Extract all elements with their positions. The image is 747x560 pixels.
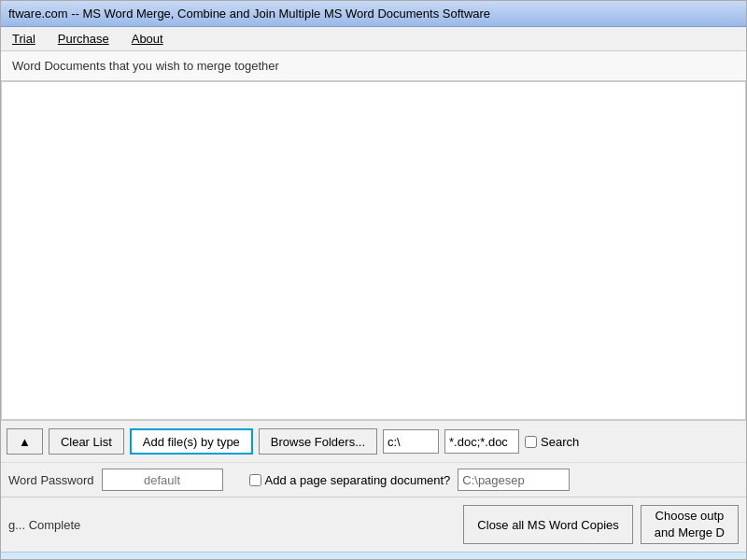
browse-folders-button[interactable]: Browse Folders...: [259, 428, 377, 455]
separator-path-input[interactable]: [458, 469, 570, 491]
close-copies-button[interactable]: Close all MS Word Copies: [463, 505, 632, 544]
main-window: ftware.com -- MS Word Merge, Combine and…: [0, 0, 747, 560]
title-bar: ftware.com -- MS Word Merge, Combine and…: [1, 1, 746, 27]
status-bar: [1, 552, 746, 559]
instruction-text: Word Documents that you wish to merge to…: [12, 59, 279, 73]
move-up-button[interactable]: ▲: [7, 428, 43, 455]
search-label: Search: [541, 435, 579, 449]
add-files-button[interactable]: Add file(s) by type: [130, 428, 253, 455]
move-up-icon: ▲: [19, 435, 31, 449]
search-subdirs-checkbox[interactable]: [525, 436, 537, 448]
search-checkbox-container: Search: [525, 435, 579, 449]
separator-label: Add a page separating document?: [265, 473, 451, 487]
add-files-label: Add file(s) by type: [143, 435, 240, 449]
file-list-area: [1, 81, 746, 420]
menu-trial-label: Trial: [12, 32, 35, 46]
menu-bar: Trial Purchase About: [1, 27, 746, 51]
path-input[interactable]: [383, 429, 439, 454]
menu-purchase-label: Purchase: [58, 32, 109, 46]
browse-folders-label: Browse Folders...: [271, 435, 365, 449]
choose-output-label: Choose outpand Merge D: [655, 508, 725, 541]
toolbar-row: ▲ Clear List Add file(s) by type Browse …: [1, 420, 746, 462]
menu-item-about[interactable]: About: [124, 30, 171, 48]
title-text: ftware.com -- MS Word Merge, Combine and…: [8, 7, 490, 21]
password-label: Word Password: [8, 473, 94, 487]
menu-item-trial[interactable]: Trial: [5, 30, 43, 48]
bottom-row: g... Complete Close all MS Word Copies C…: [1, 497, 746, 552]
password-row: Word Password Add a page separating docu…: [1, 462, 746, 497]
close-copies-label: Close all MS Word Copies: [477, 518, 618, 532]
ext-input[interactable]: [444, 429, 519, 454]
separator-checkbox-container: Add a page separating document?: [249, 473, 451, 487]
separator-checkbox[interactable]: [249, 474, 261, 486]
choose-output-button[interactable]: Choose outpand Merge D: [641, 505, 739, 544]
clear-list-label: Clear List: [61, 435, 112, 449]
menu-item-purchase[interactable]: Purchase: [50, 30, 117, 48]
password-input[interactable]: [102, 469, 223, 491]
clear-list-button[interactable]: Clear List: [49, 428, 124, 455]
instruction-bar: Word Documents that you wish to merge to…: [1, 51, 746, 81]
menu-about-label: About: [132, 32, 163, 46]
status-label: g... Complete: [8, 518, 456, 532]
